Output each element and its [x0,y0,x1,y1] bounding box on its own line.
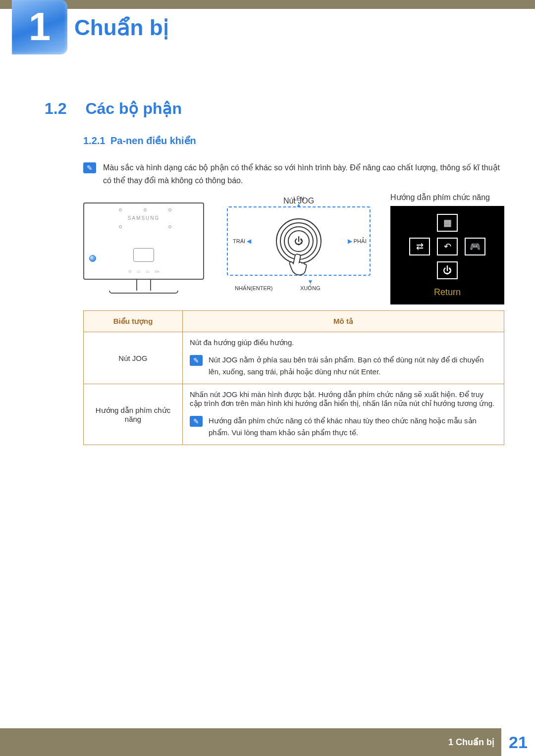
row-icon-label: Hướng dẫn phím chức năng [84,384,183,445]
subsection-title: Pa-nen điều khiển [110,135,196,146]
pip-icon: ⇄ [409,238,430,255]
jog-label-right: PHẢI [354,238,367,244]
page-number: 21 [501,728,535,756]
pencil-note-icon: ✎ [190,416,203,427]
jog-label-left: TRÁI [233,238,245,244]
row-icon-label: Nút JOG [84,332,183,384]
chapter-number-badge: 1 [12,0,67,54]
row-desc-main: Nút đa hướng giúp điều hướng. [190,338,497,347]
table-header-desc: Mô tả [183,311,504,332]
page-footer: 1 Chuẩn bị 21 [0,728,535,756]
menu-grid-icon: ▦ [437,214,458,232]
row-desc-note: Nút JOG nằm ở phía sau bên trái sản phẩm… [209,354,497,378]
table-row: Nút JOG Nút đa hướng giúp điều hướng. ✎ … [84,332,504,384]
subsection-number: 1.2.1 [83,135,105,146]
game-icon: 🎮 [465,238,485,255]
table-header-icon: Biểu tượng [84,311,183,332]
section-number: 1.2 [45,100,83,118]
row-desc-main: Nhấn nút JOG khi màn hình được bật. Hướn… [190,390,497,408]
footer-chapter-label: 1 Chuẩn bị [448,737,494,748]
row-desc-note: Hướng dẫn phím chức năng có thể khác nha… [209,415,497,439]
pencil-note-icon: ✎ [190,355,203,366]
section-title: Các bộ phận [85,100,182,117]
intro-note-text: Màu sắc và hình dạng các bộ phận có thể … [103,161,504,187]
return-label: Return [397,280,497,304]
power-icon: ⏻ [293,235,305,247]
pencil-note-icon: ✎ [83,162,96,173]
jog-label-up: LÊN [293,196,304,202]
table-row: Hướng dẫn phím chức năng Nhấn nút JOG kh… [84,384,504,445]
jog-label-down: XUỐNG [300,285,321,291]
function-key-guide-panel: ▦ ⇄ ↶ 🎮 ⏻ Return [390,206,504,304]
jog-button-diagram: Nút JOG LÊN▲ TRÁI ◀ ▶ PHẢI ⏻ ▼XUỐNG NHẤN… [227,197,371,276]
jog-button-marker [89,255,96,262]
controls-table: Biểu tượng Mô tả Nút JOG Nút đa hướng gi… [83,310,504,445]
function-key-guide-title: Hướng dẫn phím chức năng [390,193,504,202]
monitor-brand-label: SAMSUNG [84,215,203,221]
undo-icon: ↶ [437,238,458,255]
chapter-title: Chuẩn bị [74,15,169,40]
monitor-rear-diagram: SAMSUNG ⊙▭▭⊙• [83,202,204,294]
power-icon: ⏻ [437,261,458,279]
jog-label-enter: NHẤN(ENTER) [235,285,272,292]
